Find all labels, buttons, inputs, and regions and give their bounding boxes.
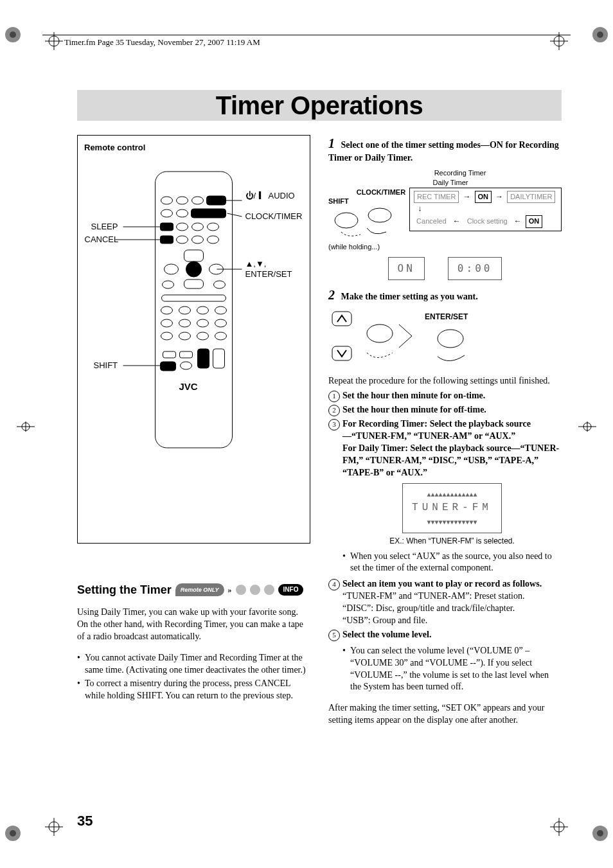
svg-rect-46: [184, 279, 204, 288]
example-caption: EX.: When “TUNER-FM” is selected.: [342, 536, 562, 546]
chapter-title: Timer Operations: [216, 91, 423, 120]
section-heading-row: Setting the Timer Remote ONLY » INFO: [77, 582, 310, 598]
svg-rect-63: [180, 351, 193, 358]
lcd-source-text: TUNER-FM: [412, 502, 492, 513]
substep-3b: For Daily Timer: Select the playback sou…: [342, 443, 559, 477]
step-number: 2: [328, 288, 335, 302]
step2-diagram: ENTER/SET: [328, 308, 562, 369]
content-area: Timer Operations Remote control: [77, 90, 562, 810]
svg-point-25: [597, 830, 603, 837]
compat-dot-icon: [250, 585, 260, 595]
svg-point-36: [192, 223, 204, 231]
svg-point-80: [367, 324, 393, 342]
substep4-line: “DISC”: Disc, group/title and track/file…: [342, 603, 562, 615]
svg-point-60: [197, 332, 209, 340]
bullet: To correct a misentry during the process…: [77, 678, 310, 702]
side-mark-icon: [578, 418, 596, 436]
svg-point-55: [179, 319, 191, 327]
svg-point-50: [161, 306, 173, 314]
registration-icon: [45, 818, 63, 836]
svg-point-40: [192, 236, 204, 244]
substep-2: Set the hour then minute for off-time.: [342, 405, 486, 414]
svg-rect-49: [162, 295, 226, 301]
step-lead: Make the timer setting as you want.: [341, 292, 478, 301]
press-buttons-icon: [328, 206, 405, 238]
substep-1: Set the hour then minute for on-time.: [342, 391, 485, 400]
step-2: 2 Make the timer setting as you want. EN…: [328, 287, 562, 694]
step1-diagram: Recording Timer Daily Timer CLOCK/TIMER …: [328, 168, 562, 280]
aux-note: When you select “AUX” as the source, you…: [342, 551, 562, 575]
shift-label: SHIFT: [328, 197, 405, 206]
remote-control-diagram: JVC ⏻/❙ AUDIO CLOCK/TIMER SLEEP CANC: [84, 159, 303, 518]
bullet: You cannot activate Daily Timer and Reco…: [77, 652, 310, 677]
svg-point-39: [177, 236, 188, 244]
lcd-on: ON: [388, 257, 425, 280]
svg-rect-33: [191, 209, 226, 218]
info-badge: INFO: [278, 584, 304, 596]
flow-on: ON: [475, 191, 492, 204]
step-lead: Select one of the timer setting modes—ON…: [328, 140, 559, 163]
svg-point-17: [10, 830, 16, 837]
substep4-line: “USB”: Group and file.: [342, 615, 562, 627]
svg-point-37: [208, 223, 219, 231]
label-audio: AUDIO: [269, 191, 295, 200]
header-rule: [42, 35, 571, 35]
svg-point-59: [179, 332, 191, 340]
intro-bullets: You cannot activate Daily Timer and Reco…: [77, 652, 310, 702]
svg-point-58: [161, 332, 173, 340]
svg-point-82: [438, 330, 463, 348]
substep-list: 1Set the hour then minute for on-time. 2…: [328, 390, 562, 693]
flow-clock-setting: Clock setting: [465, 216, 510, 227]
svg-point-47: [163, 281, 174, 288]
svg-point-67: [181, 362, 192, 369]
clock-timer-label: CLOCK/TIMER: [328, 188, 405, 197]
lcd-source: ▲▲▲▲▲▲▲▲▲▲▲▲▲ TUNER-FM ▼▼▼▼▼▼▼▼▼▼▼▼▼: [402, 483, 502, 534]
svg-point-57: [215, 319, 227, 327]
substep-5: Select the volume level.: [342, 630, 431, 639]
compat-dot-icon: [236, 585, 246, 595]
chapter-title-bar: Timer Operations: [77, 90, 562, 121]
compat-dot-icon: [264, 585, 274, 595]
registration-icon: [550, 818, 568, 836]
svg-point-31: [161, 209, 173, 217]
remote-only-badge: Remote ONLY: [175, 583, 224, 596]
while-holding-label: (while holding...): [328, 242, 405, 252]
crop-mark-icon: [4, 824, 22, 842]
svg-point-54: [161, 319, 173, 327]
remote-control-figure: Remote control: [77, 135, 310, 544]
svg-point-44: [186, 261, 202, 277]
svg-rect-64: [198, 349, 209, 368]
step-1: 1 Select one of the timer setting modes—…: [328, 135, 562, 280]
substep-3a: For Recording Timer: Select the playback…: [342, 419, 531, 441]
svg-point-1: [10, 31, 16, 38]
label-sleep: SLEEP: [91, 222, 118, 231]
repeat-note: Repeat the procedure for the following s…: [328, 375, 562, 387]
svg-rect-62: [163, 351, 176, 358]
svg-point-53: [215, 306, 227, 314]
intro-paragraph: Using Daily Timer, you can wake up with …: [77, 607, 310, 643]
svg-point-28: [177, 197, 188, 204]
section-title: Setting the Timer: [77, 582, 172, 598]
flow-rec-timer: REC TIMER: [414, 191, 459, 204]
svg-rect-79: [332, 346, 351, 360]
svg-point-29: [192, 197, 204, 204]
remote-brand: JVC: [179, 381, 198, 392]
svg-point-43: [164, 264, 179, 274]
svg-text:▲,▼,: ▲,▼,: [245, 259, 267, 269]
manual-page: Timer.fm Page 35 Tuesday, November 27, 2…: [0, 0, 613, 868]
svg-point-35: [177, 223, 188, 231]
after-note: After making the timer setting, “SET OK”…: [328, 702, 562, 727]
left-column: Remote control: [77, 135, 310, 736]
svg-point-61: [215, 332, 227, 340]
svg-point-77: [368, 208, 391, 222]
svg-point-76: [335, 213, 358, 228]
svg-rect-78: [332, 312, 351, 326]
svg-rect-34: [161, 223, 173, 231]
svg-point-48: [214, 281, 226, 288]
crop-mark-icon: [591, 824, 609, 842]
lcd-time: 0:00: [448, 257, 502, 280]
page-number: 35: [77, 813, 93, 829]
svg-rect-38: [161, 236, 173, 244]
svg-point-52: [197, 306, 209, 314]
substep4-line: “TUNER-FM” and “TUNER-AM”: Preset statio…: [342, 590, 562, 603]
